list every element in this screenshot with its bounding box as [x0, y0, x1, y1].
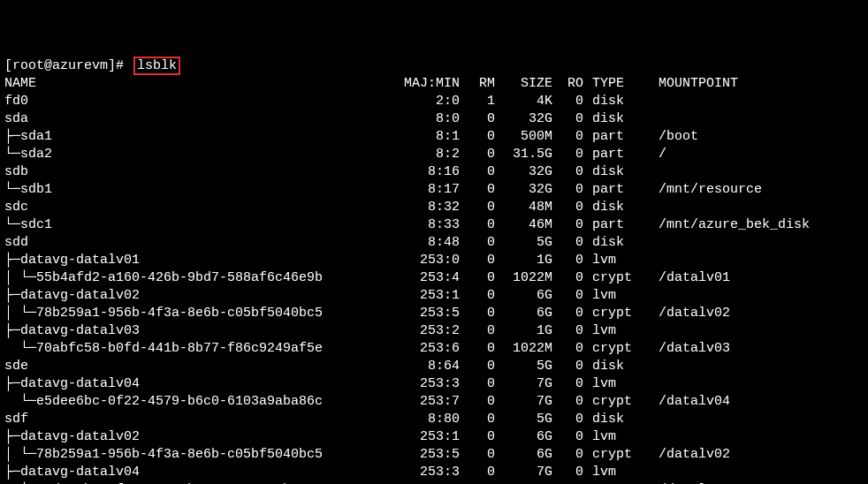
size: 4K [495, 93, 552, 110]
ro: 0 [552, 163, 583, 181]
device-name: └─sda2 [4, 146, 393, 163]
size: 6G [495, 287, 552, 305]
terminal[interactable]: [root@azurevm]# lsblkNAMEMAJ:MINRMSIZERO… [4, 57, 864, 484]
rm: 0 [460, 428, 495, 446]
rm: 0 [460, 216, 495, 234]
ro: 0 [552, 305, 583, 322]
rm: 0 [460, 322, 495, 340]
rm: 0 [460, 110, 495, 128]
rm: 0 [460, 199, 495, 216]
mountpoint: /datalv02 [659, 305, 730, 322]
type: disk [592, 234, 650, 252]
mountpoint: /mnt/azure_bek_disk [659, 216, 810, 234]
size: 5G [495, 358, 552, 375]
mountpoint: /datalv02 [659, 446, 730, 464]
device-name: ├─datavg-datalv03 [4, 322, 393, 340]
table-row: sdc8:32048M0 disk [4, 199, 864, 216]
ro: 0 [552, 340, 583, 358]
mountpoint: / [659, 146, 666, 163]
type: crypt [592, 269, 650, 287]
ro: 0 [552, 181, 583, 199]
type: part [592, 181, 650, 199]
table-row: └─e5dee6bc-0f22-4579-b6c0-6103a9aba86c25… [4, 393, 864, 411]
col-ro: RO [552, 75, 583, 93]
maj-min: 8:32 [393, 199, 460, 216]
size: 32G [495, 181, 552, 199]
size: 7G [495, 393, 552, 411]
device-name: ├─datavg-datalv01 [4, 252, 393, 269]
type: crypt [592, 393, 650, 411]
size: 32G [495, 110, 552, 128]
rm: 0 [460, 181, 495, 199]
maj-min: 8:48 [393, 234, 460, 252]
maj-min: 253:3 [393, 464, 460, 481]
device-name: sdf [4, 411, 393, 428]
maj-min: 253:6 [393, 340, 460, 358]
table-row: └─sda28:2031.5G0 part / [4, 146, 864, 163]
size: 1G [495, 252, 552, 269]
maj-min: 8:16 [393, 163, 460, 181]
device-name: │ └─78b259a1-956b-4f3a-8e6b-c05bf5040bc5 [4, 446, 393, 464]
size: 1G [495, 322, 552, 340]
maj-min: 8:0 [393, 110, 460, 128]
size: 48M [495, 199, 552, 216]
rm: 0 [460, 269, 495, 287]
type: crypt [592, 340, 650, 358]
rm: 0 [460, 146, 495, 163]
ro: 0 [552, 146, 583, 163]
ro: 0 [552, 234, 583, 252]
maj-min: 253:2 [393, 322, 460, 340]
mountpoint: /datalv04 [659, 393, 730, 411]
rm: 0 [460, 358, 495, 375]
size: 6G [495, 428, 552, 446]
device-name: sde [4, 358, 393, 375]
rm: 1 [460, 93, 495, 110]
ro: 0 [552, 252, 583, 269]
rm: 0 [460, 128, 495, 146]
mountpoint: /datalv01 [659, 269, 730, 287]
rm: 0 [460, 411, 495, 428]
maj-min: 8:1 [393, 128, 460, 146]
device-name: ├─datavg-datalv02 [4, 287, 393, 305]
table-row: ├─sda18:10500M0 part /boot [4, 128, 864, 146]
table-row: └─sdc18:33046M0 part /mnt/azure_bek_disk [4, 216, 864, 234]
ro: 0 [552, 446, 583, 464]
rm: 0 [460, 252, 495, 269]
maj-min: 253:7 [393, 393, 460, 411]
device-name: └─sdb1 [4, 181, 393, 199]
size: 1022M [495, 269, 552, 287]
rm: 0 [460, 305, 495, 322]
rm: 0 [460, 340, 495, 358]
rm: 0 [460, 446, 495, 464]
ro: 0 [552, 375, 583, 393]
device-name: ├─datavg-datalv04 [4, 375, 393, 393]
table-row: ├─datavg-datalv02253:106G0 lvm [4, 428, 864, 446]
rm: 0 [460, 287, 495, 305]
table-row: │ └─55b4afd2-a160-426b-9bd7-588af6c46e9b… [4, 269, 864, 287]
prompt-line[interactable]: [root@azurevm]# lsblk [4, 57, 864, 75]
device-name: └─sdc1 [4, 216, 393, 234]
ro: 0 [552, 287, 583, 305]
col-majmin: MAJ:MIN [393, 75, 460, 93]
device-name: ├─datavg-datalv04 [4, 464, 393, 481]
mountpoint: /mnt/resource [659, 181, 762, 199]
table-row: sdd8:4805G0 disk [4, 234, 864, 252]
ro: 0 [552, 199, 583, 216]
table-row: │ └─78b259a1-956b-4f3a-8e6b-c05bf5040bc5… [4, 305, 864, 322]
rm: 0 [460, 464, 495, 481]
maj-min: 253:1 [393, 428, 460, 446]
type: lvm [592, 252, 650, 269]
type: part [592, 216, 650, 234]
ro: 0 [552, 128, 583, 146]
type: crypt [592, 446, 650, 464]
type: lvm [592, 287, 650, 305]
type: part [592, 146, 650, 163]
rm: 0 [460, 163, 495, 181]
size: 32G [495, 163, 552, 181]
rm: 0 [460, 234, 495, 252]
type: disk [592, 199, 650, 216]
maj-min: 8:2 [393, 146, 460, 163]
table-row: ├─datavg-datalv04253:307G0 lvm [4, 375, 864, 393]
col-name: NAME [4, 75, 393, 93]
type: crypt [592, 305, 650, 322]
